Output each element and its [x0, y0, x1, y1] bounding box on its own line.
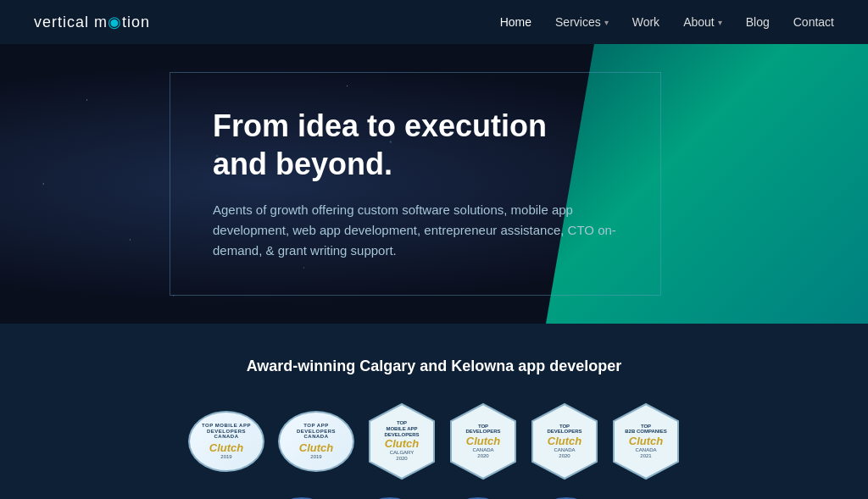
clutch-badge-6: TOPB2B COMPANIES Clutch CANADA2021 [612, 402, 680, 480]
clutch-badge-5: TOPDEVELOPERS Clutch CANADA2020 [531, 402, 598, 480]
hero-section: From idea to executionand beyond. Agents… [0, 44, 868, 324]
logo[interactable]: vertical m◉tion [34, 13, 150, 31]
chevron-down-icon: ▾ [718, 18, 722, 27]
nav-blog[interactable]: Blog [746, 15, 770, 29]
main-nav: Home Services ▾ Work About ▾ Blog Contac… [500, 15, 834, 29]
clutch-badge-4: TOPDEVELOPERS Clutch CANADA2020 [449, 402, 517, 480]
awards-section: Award-winning Calgary and Kelowna app de… [0, 324, 868, 499]
nav-work[interactable]: Work [632, 15, 659, 29]
clutch-badge-2: TOP APP DEVELOPERSCANADA Clutch 2019 [278, 411, 354, 472]
header: vertical m◉tion Home Services ▾ Work Abo… [0, 0, 868, 44]
nav-contact[interactable]: Contact [793, 15, 834, 29]
awards-title: Award-winning Calgary and Kelowna app de… [34, 358, 834, 375]
clutch-badges-row: TOP MOBILE APPDEVELOPERS CANADA Clutch 2… [34, 402, 834, 480]
logo-text: vertical m◉tion [34, 13, 150, 31]
hero-title: From idea to executionand beyond. [213, 107, 618, 183]
chevron-down-icon: ▾ [604, 18, 609, 27]
nav-about[interactable]: About ▾ [683, 15, 722, 29]
clutch-badge-1: TOP MOBILE APPDEVELOPERS CANADA Clutch 2… [188, 411, 264, 472]
clutch-badge-3: TOPMOBILE APPDEVELOPERS Clutch CALGARY20… [368, 402, 436, 480]
hero-content: From idea to executionand beyond. Agents… [170, 72, 661, 296]
nav-home[interactable]: Home [500, 15, 531, 29]
nav-services[interactable]: Services ▾ [555, 15, 609, 29]
hero-subtitle: Agents of growth offering custom softwar… [213, 200, 618, 261]
